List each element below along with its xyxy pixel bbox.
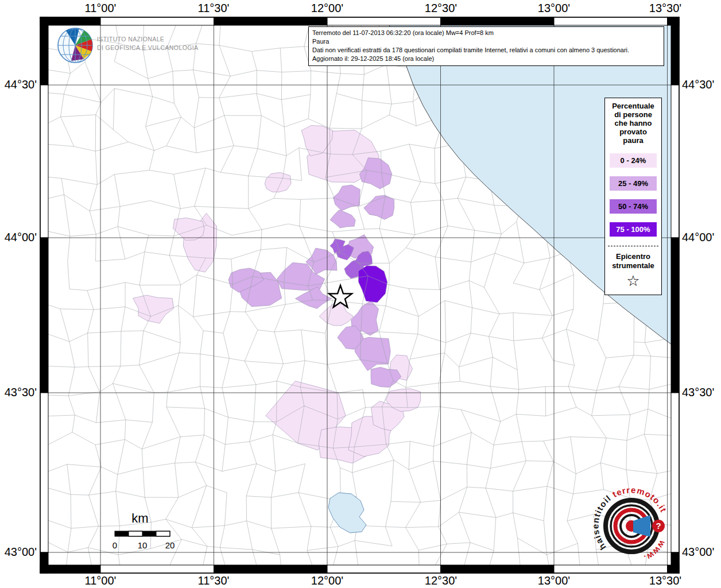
legend-title-line: che hanno [608,119,658,127]
legend: Percentuale di persone che hanno provato… [604,98,662,295]
scale-tick-20: 20 [165,540,175,550]
question-mark: ? [656,521,661,531]
lat-tick-left-3: 43°00' [5,546,37,559]
frame-band [671,17,679,85]
legend-title-line: di persone [608,110,658,119]
event-info-line: Aggiornato il: 29-12-2025 18:45 (ora loc… [312,55,660,63]
event-info-line: Paura [312,37,660,46]
legend-bucket-0-24: 0 - 24% [610,153,657,168]
frame-band [40,565,100,573]
lat-tick-right-0: 44°30' [682,78,714,91]
frame-band [40,238,48,393]
frame-band [40,17,100,25]
legend-divider [608,246,658,246]
legend-bucket-50-74: 50 - 74% [610,199,657,214]
event-info-box: Terremoto del 11-07-2013 06:32:20 (ora l… [308,26,664,66]
frame-band [327,565,441,573]
lon-tick-top-4: 13°00' [538,2,570,15]
lon-tick-top-1: 11°30' [198,2,230,15]
legend-epicenter-title: Epicentro strumentale [608,252,658,270]
scale-bar [115,531,170,536]
frame-band [671,552,679,573]
legend-title-line: paura [608,136,658,145]
lat-tick-right-2: 43°30' [682,386,714,399]
scale-segment [142,531,156,536]
lon-tick-top-2: 12°00' [311,2,343,15]
frame-band [554,565,668,573]
legend-title-line: provato [608,127,658,136]
frame-band [671,238,679,393]
frame-band [554,17,668,25]
lon-tick-bottom-3: 12°30' [425,574,457,587]
event-info-line: Dati non verificati estratti da 178 ques… [312,46,660,55]
ingv-title-line2: DI GEOFISICA E VULCANOLOGIA [97,44,199,51]
legend-title: Percentuale di persone che hanno provato… [608,102,658,145]
lon-tick-bottom-2: 12°00' [311,574,343,587]
ingv-title-line1: ISTITUTO NAZIONALE [97,36,164,42]
frame-band [100,17,214,25]
frame-band [40,393,48,552]
lat-tick-left-1: 44°00' [5,231,37,244]
lon-tick-top-0: 11°00' [85,2,117,15]
legend-title-line: Percentuale [608,102,658,110]
legend-star-icon: ☆ [608,273,658,289]
frame-band [671,393,679,552]
legend-bucket-75-100: 75 - 100% [610,222,657,237]
scale-segment [115,531,129,536]
frame-band [671,85,679,238]
lon-tick-top-3: 12°30' [425,2,457,15]
frame-band [40,85,48,238]
event-info-line: Terremoto del 11-07-2013 06:32:20 (ora l… [312,29,660,37]
legend-epicenter-line: strumentale [608,261,658,270]
legend-epicenter-line: Epicentro [608,252,658,261]
frame-band [40,552,48,573]
scale-segment [129,531,142,536]
lat-tick-right-1: 44°00' [682,231,714,244]
frame-band [214,17,328,25]
frame-band [214,565,328,573]
lat-tick-left-0: 44°30' [5,78,37,91]
scale-tick-0: 0 [113,540,117,550]
lon-tick-bottom-1: 11°30' [198,574,230,587]
scale-tick-10: 10 [138,540,148,550]
scale-segment [156,531,170,536]
lon-tick-top-5: 13°30' [649,2,681,15]
frame-band [327,17,441,25]
lon-tick-bottom-5: 13°30' [649,574,681,587]
legend-bucket-25-49: 25 - 49% [610,176,657,191]
frame-band [441,565,555,573]
frame-band [40,17,48,85]
lon-tick-bottom-0: 11°00' [85,574,117,587]
scale-unit-label: km [131,511,148,526]
lat-tick-right-3: 43°00' [682,546,714,559]
frame-band [441,17,555,25]
earthquake-felt-map-page: ? haisentitoil terremoto.it www. 11°00' … [0,0,721,588]
frame-band [100,565,214,573]
lon-tick-bottom-4: 13°00' [538,574,570,587]
lat-tick-left-2: 43°30' [5,386,37,399]
